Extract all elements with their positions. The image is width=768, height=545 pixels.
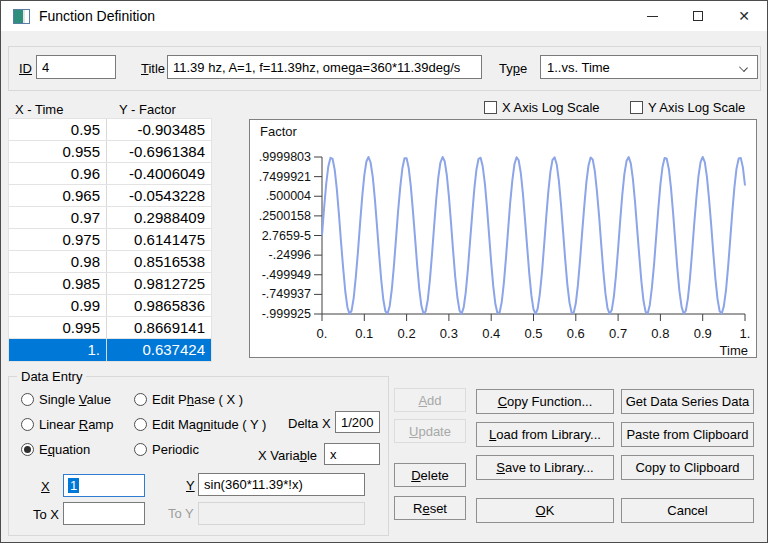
checkbox-icon	[484, 101, 497, 114]
radio-periodic[interactable]: Periodic	[134, 442, 199, 457]
table-row[interactable]: 0.95-0.903485	[9, 119, 211, 141]
table-row[interactable]: 0.990.9865836	[9, 295, 211, 317]
delete-button[interactable]: Delete	[394, 463, 466, 487]
table-cell: 0.6141475	[107, 229, 211, 250]
x-input[interactable]: 1	[63, 474, 145, 497]
table-cell: -0.4006049	[107, 163, 211, 184]
function-plot: .9999803.7499921.500004.25001582.7659-5-…	[249, 119, 757, 358]
window-controls: ✕	[629, 1, 767, 31]
table-cell: 0.965	[9, 185, 107, 206]
x-variable-input[interactable]	[324, 443, 380, 465]
x-tick-label: 0.2	[398, 326, 416, 341]
minimize-button[interactable]	[629, 1, 675, 31]
add-button: Add	[394, 388, 466, 412]
x-tick-label: 0.9	[694, 326, 712, 341]
x-log-scale-label: X Axis Log Scale	[502, 100, 600, 115]
radio-edit-magnitude[interactable]: Edit Magnitude ( Y )	[134, 417, 266, 432]
y-label: Y	[186, 478, 195, 493]
to-x-input[interactable]	[63, 502, 145, 525]
table-row[interactable]: 0.955-0.6961384	[9, 141, 211, 163]
close-button[interactable]: ✕	[721, 1, 767, 31]
table-row[interactable]: 1.0.637424	[9, 339, 211, 361]
table-cell: 0.95	[9, 119, 107, 140]
load-from-library-button[interactable]: Load from Library...	[476, 422, 614, 447]
y-column-header: Y - Factor	[119, 102, 176, 117]
id-input[interactable]	[36, 55, 116, 79]
table-cell: 0.975	[9, 229, 107, 250]
y-log-scale-label: Y Axis Log Scale	[648, 100, 745, 115]
app-icon	[13, 9, 30, 24]
radio-icon	[134, 393, 147, 406]
ok-button[interactable]: OK	[476, 498, 614, 523]
save-to-library-button[interactable]: Save to Library...	[476, 455, 614, 480]
delta-x-input[interactable]	[335, 411, 380, 433]
maximize-icon	[693, 11, 703, 21]
y-tick-label: .9999803	[259, 150, 311, 164]
table-row[interactable]: 0.965-0.0543228	[9, 185, 211, 207]
table-cell: 0.9865836	[107, 295, 211, 316]
table-row[interactable]: 0.9850.9812725	[9, 273, 211, 295]
table-cell: 0.8516538	[107, 251, 211, 272]
type-label: Type	[499, 61, 527, 76]
y-tick-label: .7499921	[259, 170, 311, 184]
x-tick-label: 0.7	[609, 326, 627, 341]
x-tick-label: 0.8	[651, 326, 669, 341]
table-cell: 0.985	[9, 273, 107, 294]
cancel-button[interactable]: Cancel	[621, 498, 754, 523]
paste-from-clipboard-button[interactable]: Paste from Clipboard	[621, 422, 754, 447]
x-axis-title: Time	[720, 343, 748, 357]
x-tick-label: 0.1	[355, 326, 373, 341]
get-data-series-button[interactable]: Get Data Series Data	[621, 389, 754, 414]
y-tick-label: -.749937	[262, 287, 311, 301]
type-select-value: 1..vs. Time	[547, 60, 610, 75]
table-cell: 0.995	[9, 317, 107, 338]
chevron-down-icon	[739, 63, 748, 72]
table-row[interactable]: 0.980.8516538	[9, 251, 211, 273]
window-title: Function Definition	[39, 8, 155, 24]
maximize-button[interactable]	[675, 1, 721, 31]
copy-function-button[interactable]: Copy Function...	[476, 389, 614, 414]
table-cell: 1.	[9, 339, 107, 361]
table-cell: 0.9812725	[107, 273, 211, 294]
radio-edit-phase-label: Edit Phase ( X )	[152, 392, 243, 407]
minimize-icon	[647, 16, 658, 17]
x-tick-label: 0.	[317, 326, 328, 341]
table-cell: 0.8669141	[107, 317, 211, 338]
y-tick-label: .2500158	[259, 209, 311, 223]
radio-linear-ramp[interactable]: Linear Ramp	[21, 417, 113, 432]
copy-to-clipboard-button[interactable]: Copy to Clipboard	[621, 455, 754, 480]
table-row[interactable]: 0.96-0.4006049	[9, 163, 211, 185]
title-label: Title	[141, 61, 165, 76]
x-tick-label: 0.4	[482, 326, 500, 341]
table-cell: 0.2988409	[107, 207, 211, 228]
y-tick-label: -.999925	[262, 307, 311, 321]
radio-equation-label: Equation	[39, 442, 90, 457]
x-tick-label: 0.6	[567, 326, 585, 341]
radio-icon	[21, 418, 34, 431]
table-cell: 0.96	[9, 163, 107, 184]
radio-edit-phase[interactable]: Edit Phase ( X )	[134, 392, 243, 407]
data-entry-group-label: Data Entry	[17, 369, 86, 384]
radio-icon	[134, 418, 147, 431]
y-log-scale-checkbox[interactable]: Y Axis Log Scale	[630, 100, 745, 115]
x-variable-label: X Variable	[258, 448, 317, 463]
table-row[interactable]: 0.970.2988409	[9, 207, 211, 229]
function-definition-dialog: Function Definition ✕ ID Title Type 1..v…	[0, 0, 768, 543]
radio-icon	[134, 443, 147, 456]
y-tick-label: -.24996	[269, 248, 311, 262]
function-curve	[322, 157, 745, 314]
table-cell: 0.99	[9, 295, 107, 316]
type-select[interactable]: 1..vs. Time	[540, 55, 758, 79]
radio-equation[interactable]: Equation	[21, 442, 90, 457]
title-input[interactable]	[167, 55, 482, 79]
table-row[interactable]: 0.9950.8669141	[9, 317, 211, 339]
table-cell: -0.6961384	[107, 141, 211, 162]
reset-button[interactable]: Reset	[394, 496, 466, 520]
radio-single-value[interactable]: Single Value	[21, 392, 111, 407]
y-input[interactable]	[198, 473, 365, 496]
x-log-scale-checkbox[interactable]: X Axis Log Scale	[484, 100, 600, 115]
table-row[interactable]: 0.9750.6141475	[9, 229, 211, 251]
update-button: Update	[394, 419, 466, 443]
checkbox-icon	[630, 101, 643, 114]
table-cell: 0.97	[9, 207, 107, 228]
